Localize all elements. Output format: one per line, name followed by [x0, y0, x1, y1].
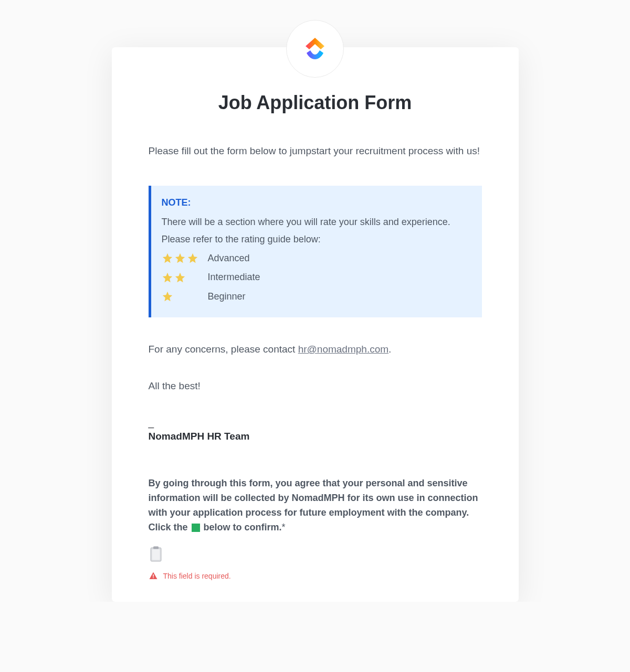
star-icon [162, 252, 173, 264]
error-text: This field is required. [163, 572, 231, 580]
rating-label: Intermediate [208, 269, 260, 285]
signature-dash: _ [149, 417, 482, 429]
rating-label: Advanced [208, 250, 250, 266]
logo-circle [286, 20, 344, 78]
star-icon [187, 252, 198, 264]
rating-row-intermediate: Intermediate [162, 269, 469, 285]
note-body-text: There will be a section where you will r… [162, 217, 450, 244]
green-box-icon [192, 524, 200, 532]
contact-email-link[interactable]: hr@nomadmph.com [298, 344, 388, 355]
svg-rect-3 [153, 574, 154, 577]
form-card: Job Application Form Please fill out the… [112, 47, 519, 602]
team-name: NomadMPH HR Team [149, 431, 482, 442]
stars-intermediate [162, 272, 206, 283]
clickup-logo-icon [300, 34, 330, 63]
required-asterisk: * [282, 522, 286, 532]
sign-off-text: All the best! [149, 380, 482, 392]
svg-rect-4 [153, 577, 154, 578]
consent-text: By going through this form, you agree th… [149, 476, 482, 535]
consent-after: below to confirm. [201, 522, 282, 532]
rating-row-advanced: Advanced [162, 250, 469, 266]
star-icon [174, 252, 186, 264]
contact-prefix: For any concerns, please contact [149, 344, 298, 355]
note-label: NOTE: [162, 197, 469, 208]
star-icon [162, 272, 173, 283]
page-title: Job Application Form [149, 92, 482, 114]
rating-row-beginner: Beginner [162, 288, 469, 305]
star-icon [174, 272, 186, 283]
stars-beginner [162, 291, 206, 302]
svg-rect-1 [153, 546, 159, 549]
note-box: NOTE: There will be a section where you … [149, 186, 482, 317]
consent-checkbox[interactable] [149, 546, 163, 562]
contact-text: For any concerns, please contact hr@noma… [149, 344, 482, 355]
note-body: There will be a section where you will r… [162, 214, 469, 305]
consent-checkbox-area [149, 546, 482, 564]
rating-label: Beginner [208, 288, 246, 305]
error-row: This field is required. [149, 571, 482, 581]
stars-advanced [162, 252, 206, 264]
svg-rect-2 [152, 549, 160, 560]
star-icon [162, 291, 173, 302]
checkbox-icon [150, 546, 162, 562]
warning-icon [149, 571, 158, 581]
contact-suffix: . [388, 344, 391, 355]
intro-text: Please fill out the form below to jumpst… [149, 143, 482, 159]
